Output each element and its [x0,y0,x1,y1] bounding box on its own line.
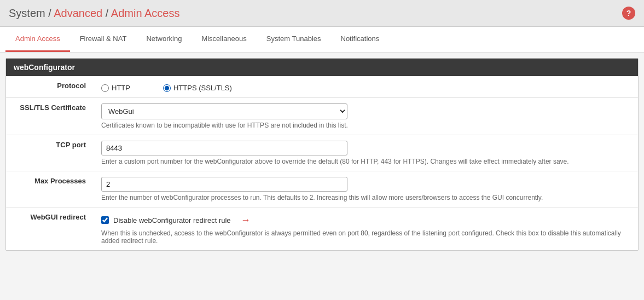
protocol-row: Protocol HTTP HTTPS (SSL/TLS) [6,76,638,98]
protocol-https-radio[interactable] [163,84,171,92]
ssl-cert-select[interactable]: WebGui [101,103,347,119]
header-bar: System / Advanced / Admin Access ? [0,0,644,27]
tabs-bar: Admin Access Firewall & NAT Networking M… [0,27,644,53]
protocol-value-cell: HTTP HTTPS (SSL/TLS) [94,76,638,98]
webgui-redirect-checkbox-row: Disable webConfigurator redirect rule ← [101,213,630,227]
breadcrumb-sep2: / [106,7,111,19]
max-processes-input[interactable] [101,177,347,192]
tcp-port-label: TCP port [6,135,94,171]
protocol-https-option[interactable]: HTTPS (SSL/TLS) [163,84,232,92]
content-area: webConfigurator Protocol HTTP HTTPS (SSL… [5,58,639,251]
max-processes-label: Max Processes [6,171,94,207]
ssl-cert-help: Certificates known to be incompatible wi… [101,122,630,129]
tcp-port-input[interactable] [101,141,347,155]
tcp-port-help: Enter a custom port number for the webCo… [101,158,630,165]
tab-system-tunables[interactable]: System Tunables [257,27,331,52]
tab-admin-access[interactable]: Admin Access [5,27,70,52]
tcp-port-row: TCP port Enter a custom port number for … [6,135,638,171]
webgui-redirect-label: WebGUI redirect [6,207,94,251]
max-processes-value-cell: Enter the number of webConfigurator proc… [94,171,638,207]
max-processes-row: Max Processes Enter the number of webCon… [6,171,638,207]
section-header: webConfigurator [6,59,638,76]
breadcrumb-system: System [9,7,45,19]
breadcrumb: System / Advanced / Admin Access [9,7,179,20]
max-processes-help: Enter the number of webConfigurator proc… [101,194,630,201]
webgui-redirect-value-cell: Disable webConfigurator redirect rule ← … [94,207,638,251]
webgui-redirect-checkbox-label: Disable webConfigurator redirect rule [113,216,231,224]
tab-firewall-nat[interactable]: Firewall & NAT [70,27,137,52]
breadcrumb-admin-access[interactable]: Admin Access [111,7,180,19]
breadcrumb-sep1: / [48,7,54,19]
protocol-options: HTTP HTTPS (SSL/TLS) [101,82,630,92]
webgui-redirect-help: When this is unchecked, access to the we… [101,229,630,245]
form-table: Protocol HTTP HTTPS (SSL/TLS) SSL/TLS Ce… [6,76,638,250]
protocol-http-label: HTTP [112,84,130,92]
ssl-cert-value-cell: WebGui Certificates known to be incompat… [94,98,638,135]
tab-miscellaneous[interactable]: Miscellaneous [192,27,256,52]
protocol-http-radio[interactable] [101,84,109,92]
tab-notifications[interactable]: Notifications [331,27,390,52]
help-icon[interactable]: ? [622,7,635,20]
tab-networking[interactable]: Networking [136,27,192,52]
webgui-redirect-checkbox[interactable] [101,216,109,224]
arrow-indicator: ← [241,213,251,227]
protocol-label: Protocol [6,76,94,98]
webgui-redirect-row: WebGUI redirect Disable webConfigurator … [6,207,638,251]
tcp-port-value-cell: Enter a custom port number for the webCo… [94,135,638,171]
ssl-cert-label: SSL/TLS Certificate [6,98,94,135]
ssl-cert-row: SSL/TLS Certificate WebGui Certificates … [6,98,638,135]
protocol-https-label: HTTPS (SSL/TLS) [173,84,232,92]
section-title: webConfigurator [14,63,75,72]
protocol-http-option[interactable]: HTTP [101,84,130,92]
breadcrumb-advanced[interactable]: Advanced [54,7,102,19]
